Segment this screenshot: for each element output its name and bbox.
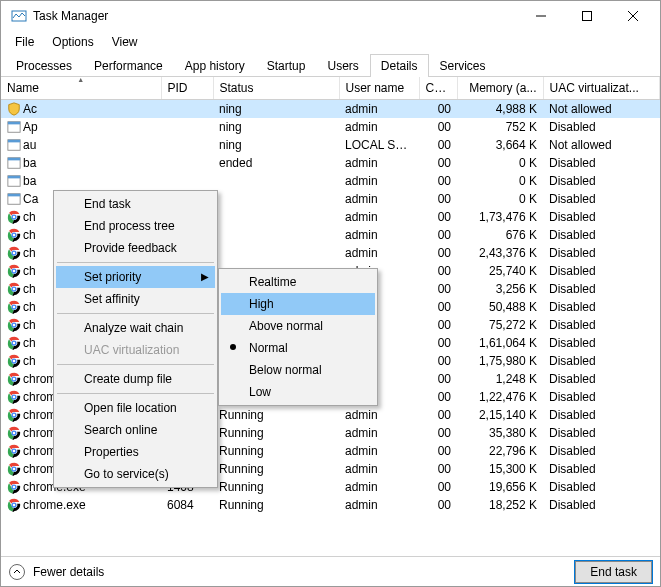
process-context-menu: End taskEnd process treeProvide feedback… — [53, 190, 218, 488]
table-row[interactable]: chrome.exe6084Runningadmin0018,252 KDisa… — [1, 496, 660, 514]
details-table-wrap: Name▲PIDStatusUser nameCPUMemory (a...UA… — [1, 77, 660, 556]
menu-item-go-to-service-s-[interactable]: Go to service(s) — [56, 463, 215, 485]
menu-item-provide-feedback[interactable]: Provide feedback — [56, 237, 215, 259]
cell: 00 — [419, 172, 457, 190]
menu-item-end-process-tree[interactable]: End process tree — [56, 215, 215, 237]
cell: 676 K — [457, 226, 543, 244]
menu-item-set-priority[interactable]: Set priority▶ — [56, 266, 215, 288]
cell — [161, 154, 213, 172]
cell: Disabled — [543, 172, 660, 190]
minimize-button[interactable] — [518, 1, 564, 31]
cell: admin — [339, 208, 419, 226]
priority-high[interactable]: High — [221, 293, 375, 315]
cell: 75,272 K — [457, 316, 543, 334]
tab-details[interactable]: Details — [370, 54, 429, 77]
cell: 22,796 K — [457, 442, 543, 460]
chrome-icon — [7, 228, 21, 242]
tab-startup[interactable]: Startup — [256, 54, 317, 77]
table-row[interactable]: baadmin000 KDisabled — [1, 172, 660, 190]
priority-realtime[interactable]: Realtime — [221, 271, 375, 293]
svg-rect-10 — [8, 157, 20, 160]
menu-item-analyze-wait-chain[interactable]: Analyze wait chain — [56, 317, 215, 339]
cell — [161, 172, 213, 190]
table-row[interactable]: Apningadmin00752 KDisabled — [1, 118, 660, 136]
column-header[interactable]: CPU — [419, 77, 457, 100]
tab-users[interactable]: Users — [316, 54, 369, 77]
table-row[interactable]: auningLOCAL SE...003,664 KNot allowed — [1, 136, 660, 154]
menu-options[interactable]: Options — [44, 33, 101, 51]
tab-services[interactable]: Services — [429, 54, 497, 77]
priority-normal[interactable]: Normal — [221, 337, 375, 359]
svg-point-50 — [13, 413, 15, 415]
menu-item-open-file-location[interactable]: Open file location — [56, 397, 215, 419]
cell — [161, 118, 213, 136]
menu-view[interactable]: View — [104, 33, 146, 51]
svg-point-38 — [13, 341, 15, 343]
cell: ba — [1, 154, 161, 172]
cell: 0 K — [457, 154, 543, 172]
cell: Disabled — [543, 352, 660, 370]
cell: 00 — [419, 226, 457, 244]
svg-point-23 — [13, 251, 15, 253]
svg-rect-12 — [8, 175, 20, 178]
cell: Ac — [1, 100, 161, 118]
cell: Disabled — [543, 406, 660, 424]
menu-item-create-dump-file[interactable]: Create dump file — [56, 368, 215, 390]
chrome-icon — [7, 498, 21, 512]
svg-rect-2 — [583, 12, 592, 21]
cell: 3,664 K — [457, 136, 543, 154]
cell — [213, 172, 339, 190]
chrome-icon — [7, 372, 21, 386]
app-icon — [7, 138, 21, 152]
menu-file[interactable]: File — [7, 33, 42, 51]
column-header[interactable]: UAC virtualizat... — [543, 77, 660, 100]
svg-point-26 — [13, 269, 15, 271]
end-task-button[interactable]: End task — [575, 561, 652, 583]
cell: Disabled — [543, 496, 660, 514]
tab-app-history[interactable]: App history — [174, 54, 256, 77]
cell: 00 — [419, 298, 457, 316]
cell: 00 — [419, 442, 457, 460]
priority-below-normal[interactable]: Below normal — [221, 359, 375, 381]
cell: 50,488 K — [457, 298, 543, 316]
svg-point-65 — [13, 503, 15, 505]
maximize-button[interactable] — [564, 1, 610, 31]
chrome-icon — [7, 210, 21, 224]
cell: 00 — [419, 118, 457, 136]
cell: 00 — [419, 244, 457, 262]
tab-performance[interactable]: Performance — [83, 54, 174, 77]
menu-item-properties[interactable]: Properties — [56, 441, 215, 463]
cell: 35,380 K — [457, 424, 543, 442]
cell: 00 — [419, 190, 457, 208]
chrome-icon — [7, 426, 21, 440]
column-header[interactable]: User name — [339, 77, 419, 100]
priority-above-normal[interactable]: Above normal — [221, 315, 375, 337]
fewer-details-link[interactable]: Fewer details — [33, 565, 104, 579]
cell: au — [1, 136, 161, 154]
menu-item-end-task[interactable]: End task — [56, 193, 215, 215]
column-header[interactable]: Status — [213, 77, 339, 100]
cell: 00 — [419, 370, 457, 388]
column-header[interactable]: Name▲ — [1, 77, 161, 100]
priority-low[interactable]: Low — [221, 381, 375, 403]
table-row[interactable]: baendedadmin000 KDisabled — [1, 154, 660, 172]
svg-point-32 — [13, 305, 15, 307]
collapse-icon[interactable] — [9, 564, 25, 580]
close-button[interactable] — [610, 1, 656, 31]
menu-item-uac-virtualization: UAC virtualization — [56, 339, 215, 361]
cell: 4,988 K — [457, 100, 543, 118]
column-header[interactable]: Memory (a... — [457, 77, 543, 100]
menu-separator — [57, 313, 214, 314]
cell: Not allowed — [543, 136, 660, 154]
tab-processes[interactable]: Processes — [5, 54, 83, 77]
column-header[interactable]: PID — [161, 77, 213, 100]
svg-point-62 — [13, 485, 15, 487]
cell: admin — [339, 100, 419, 118]
cell: Disabled — [543, 208, 660, 226]
cell: 00 — [419, 424, 457, 442]
table-row[interactable]: Acningadmin004,988 KNot allowed — [1, 100, 660, 118]
cell: Running — [213, 496, 339, 514]
cell: admin — [339, 226, 419, 244]
menu-item-set-affinity[interactable]: Set affinity — [56, 288, 215, 310]
menu-item-search-online[interactable]: Search online — [56, 419, 215, 441]
